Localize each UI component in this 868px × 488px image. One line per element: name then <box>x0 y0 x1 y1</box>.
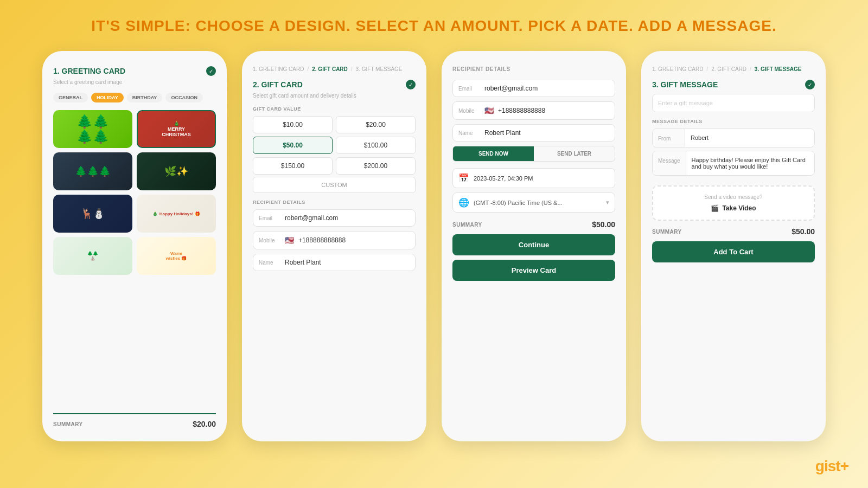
message-details-label: MESSAGE DETAILS <box>652 119 815 124</box>
phone4-breadcrumb-step2: 2. GIFT CARD <box>711 66 746 72</box>
amount-150[interactable]: $150.00 <box>253 157 333 175</box>
recipient-details-label: RECIPIENT DETAILS <box>253 200 416 205</box>
phone2-breadcrumb: 1. GREETING CARD / 2. GIFT CARD / 3. GIF… <box>253 66 416 72</box>
phone3-summary: SUMMARY $50.00 <box>452 220 615 229</box>
take-video-button[interactable]: 🎬 Take Video <box>661 204 806 212</box>
amount-100[interactable]: $100.00 <box>336 137 416 154</box>
message-details-section: From Robert Message Happy birthday! Plea… <box>652 129 815 179</box>
card-happy-holidays[interactable]: 🎄 Happy Holidays! 🎁 <box>137 195 216 233</box>
phone3-name-row: Name Robert Plant <box>452 124 615 142</box>
phone4-check-icon: ✓ <box>805 80 815 89</box>
phone4-breadcrumb: 1. GREETING CARD / 2. GIFT CARD / 3. GIF… <box>652 66 815 72</box>
take-video-label: Take Video <box>722 204 756 212</box>
phone-2-gift-card: 1. GREETING CARD / 2. GIFT CARD / 3. GIF… <box>242 51 426 441</box>
card-warm-wishes[interactable]: Warmwishes 🎁 <box>137 237 216 275</box>
phones-container: 1. GREETING CARD ✓ Select a greeting car… <box>0 46 868 441</box>
video-section-label: Send a video message? <box>661 194 806 200</box>
globe-icon: 🌐 <box>458 197 469 208</box>
phone2-subtitle: Select gift card amount and delivery det… <box>253 93 416 99</box>
send-later-btn[interactable]: SEND LATER <box>534 146 615 161</box>
phone1-check-icon: ✓ <box>206 66 216 76</box>
phone4-section-title: 3. GIFT MESSAGE <box>652 80 718 89</box>
send-now-btn[interactable]: SEND NOW <box>453 146 534 161</box>
phone4-summary-amount: $50.00 <box>792 227 815 236</box>
amount-custom[interactable]: CUSTOM <box>253 177 416 193</box>
phone3-summary-label: SUMMARY <box>452 222 482 228</box>
phone1-section-title: 1. GREETING CARD <box>53 67 125 75</box>
phone-3-recipient: RECIPIENT DETAILS Email robert@gmail.com… <box>442 51 626 441</box>
phone3-summary-amount: $50.00 <box>592 220 615 229</box>
preview-card-button[interactable]: Preview Card <box>452 260 615 281</box>
phone1-summary-amount: $20.00 <box>193 420 216 428</box>
calendar-icon: 📅 <box>458 173 469 183</box>
timezone-value: (GMT -8:00) Pacific Time (US &... <box>474 200 563 206</box>
from-row: From Robert <box>652 129 815 147</box>
phone4-summary: SUMMARY $50.00 <box>652 227 815 236</box>
message-row: Message Happy birthday! Please enjoy thi… <box>652 151 815 176</box>
phone4-breadcrumb-step3: 3. GIFT MESSAGE <box>755 66 802 72</box>
amount-200[interactable]: $200.00 <box>336 157 416 175</box>
tab-birthday[interactable]: BIRTHDAY <box>127 93 163 102</box>
from-value: Robert <box>685 129 814 147</box>
message-label: Message <box>653 151 686 175</box>
tab-general[interactable]: GENERAL <box>53 93 88 102</box>
continue-button[interactable]: Continue <box>452 234 615 255</box>
phone1-summary-label: SUMMARY <box>53 421 83 427</box>
amount-50[interactable]: $50.00 <box>253 137 333 154</box>
card-green-trees[interactable]: 🌲🌲🌲🌲 <box>53 110 132 148</box>
card-grid: 🌲🌲🌲🌲 🎄MERRYCHRISTMAS 🌲🌲🌲 🌿✨ 🦌⛄ 🎄 Happy H… <box>53 110 216 275</box>
tab-occasion[interactable]: OCCASION <box>165 93 203 102</box>
video-section: Send a video message? 🎬 Take Video <box>652 185 815 221</box>
card-dark-trees[interactable]: 🌲🌲🌲 <box>53 152 132 190</box>
phone2-section-title: 2. GIFT CARD <box>253 80 303 89</box>
card-christmas[interactable]: 🎄MERRYCHRISTMAS <box>137 110 216 148</box>
phone2-check-icon: ✓ <box>406 80 416 89</box>
recipient-title: RECIPIENT DETAILS <box>452 66 615 72</box>
amount-10[interactable]: $10.00 <box>253 116 333 133</box>
gift-message-input[interactable]: Enter a gift message <box>652 94 815 112</box>
phone1-summary: SUMMARY $20.00 <box>53 413 216 428</box>
camera-icon: 🎬 <box>711 204 719 212</box>
phone4-summary-label: SUMMARY <box>652 229 682 235</box>
message-value: Happy birthday! Please enjoy this Gift C… <box>686 151 814 175</box>
datetime-row: 📅 2023-05-27, 04:30 PM <box>452 168 615 188</box>
breadcrumb-step1: 1. GREETING CARD <box>253 66 304 72</box>
breadcrumb-step2: 2. GIFT CARD <box>312 66 348 72</box>
tab-bar: GENERAL HOLIDAY BIRTHDAY OCCASION <box>53 93 216 102</box>
header: IT'S SIMPLE: CHOOSE A DESIGN. SELECT AN … <box>0 0 868 46</box>
add-to-cart-button[interactable]: Add To Cart <box>652 241 815 262</box>
amount-20[interactable]: $20.00 <box>336 116 416 133</box>
amount-grid: $10.00 $20.00 $50.00 $100.00 $150.00 $20… <box>253 116 416 175</box>
gist-logo: gist+ <box>815 458 848 475</box>
phone-1-greeting-card: 1. GREETING CARD ✓ Select a greeting car… <box>42 51 227 441</box>
phone-4-gift-message: 1. GREETING CARD / 2. GIFT CARD / 3. GIF… <box>641 51 826 441</box>
card-dark-holly[interactable]: 🌿✨ <box>137 152 216 190</box>
card-holiday-scene[interactable]: 🌲🌲⛪ <box>53 237 132 275</box>
gift-card-value-label: GIFT CARD VALUE <box>253 106 416 112</box>
phone1-subtitle: Select a greeting card image <box>53 79 216 85</box>
phone2-mobile-row: Mobile 🇺🇸 +188888888888 <box>253 231 416 249</box>
datetime-value: 2023-05-27, 04:30 PM <box>474 175 533 182</box>
phone2-name-row: Name Robert Plant <box>253 254 416 271</box>
chevron-down-icon: ▾ <box>606 199 609 206</box>
phone3-mobile-row: Mobile 🇺🇸 +188888888888 <box>452 101 615 120</box>
card-navy-deer[interactable]: 🦌⛄ <box>53 195 132 233</box>
page-title: IT'S SIMPLE: CHOOSE A DESIGN. SELECT AN … <box>0 0 868 46</box>
phone3-email-row: Email robert@gmail.com <box>452 80 615 97</box>
send-toggle: SEND NOW SEND LATER <box>452 146 615 162</box>
timezone-row: 🌐 (GMT -8:00) Pacific Time (US &... ▾ <box>452 192 615 213</box>
from-label: From <box>653 129 685 147</box>
breadcrumb-step3: 3. GIFT MESSAGE <box>356 66 403 72</box>
phone4-breadcrumb-step1: 1. GREETING CARD <box>652 66 703 72</box>
phone2-email-row: Email robert@gmail.com <box>253 209 416 227</box>
tab-holiday[interactable]: HOLIDAY <box>91 93 124 102</box>
